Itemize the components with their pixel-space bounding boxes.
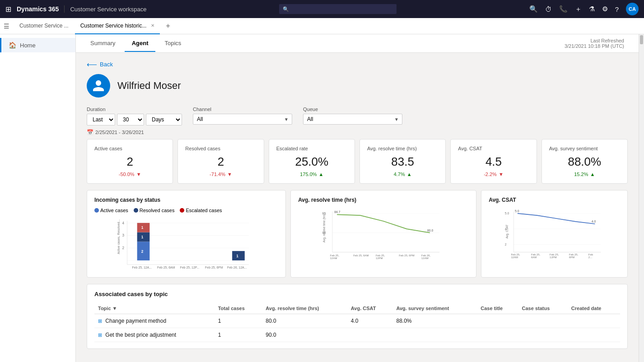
sidebar-item-home[interactable]: 🏠 Home	[0, 38, 75, 52]
svg-text:2: 2	[141, 249, 144, 254]
svg-text:Feb 25, 6AM: Feb 25, 6AM	[157, 266, 175, 269]
agent-name: Wilfried Moser	[117, 80, 181, 92]
channel-select[interactable]: All	[193, 114, 292, 125]
incoming-cases-chart: Incoming cases by status Active cases Re…	[87, 190, 286, 278]
col-case-title: Case title	[477, 303, 518, 314]
duration-unit-select[interactable]: Days Weeks Months	[146, 114, 182, 125]
kpi-active-cases-value: 2	[94, 155, 165, 169]
kpi-active-cases-arrow: ▼	[136, 172, 141, 177]
main-layout: 🏠 Home Summary Agent Topics Last Refresh…	[0, 34, 644, 362]
col-avg-csat: Avg. CSAT	[347, 303, 393, 314]
tab-customer-service[interactable]: Customer Service ...	[14, 18, 74, 34]
row1-avg-survey: 88.0%	[392, 314, 477, 328]
add-icon[interactable]: ＋	[575, 5, 582, 14]
associated-cases-title: Associated cases by topic	[94, 291, 620, 297]
tab-label-2: Customer Service historic...	[80, 23, 147, 29]
search-box[interactable]: 🔍	[283, 6, 289, 12]
sort-icon-topic[interactable]: ▼	[112, 306, 117, 311]
kpi-resolved-cases: Resolved cases 2 -71.4% ▼	[177, 139, 264, 184]
channel-filter: Channel All ▼	[193, 107, 292, 125]
svg-text:Feb 25,: Feb 25,	[550, 253, 559, 256]
svg-text:Active cases, Resolved...: Active cases, Resolved...	[117, 219, 120, 254]
row2-total-cases: 1	[215, 328, 262, 342]
tab-label-1: Customer Service ...	[19, 23, 69, 29]
svg-text:Feb 26,: Feb 26,	[421, 254, 431, 257]
kpi-active-cases-delta: -50.0% ▼	[94, 172, 165, 177]
svg-text:12AM: 12AM	[421, 257, 429, 260]
row1-topic: ⊞ Change payment method	[94, 314, 215, 328]
kpi-avg-survey-sentiment: Avg. survey sentiment 88.0% 15.2% ▲	[541, 139, 628, 184]
col-created-date: Created date	[568, 303, 620, 314]
kpi-escalated-rate-delta: 175.0% ▲	[276, 172, 347, 177]
queue-select[interactable]: All	[303, 114, 402, 125]
filter-icon[interactable]: ⚗	[589, 5, 595, 13]
person-icon	[92, 79, 105, 93]
svg-text:80.0: 80.0	[427, 229, 434, 232]
timer-icon[interactable]: ⏱	[545, 5, 552, 13]
svg-text:Feb: Feb	[588, 253, 593, 256]
svg-text:2...: 2...	[588, 256, 593, 259]
avg-csat-chart-title: Avg. CSAT	[489, 197, 620, 203]
row1-created-date	[568, 314, 620, 328]
last-refreshed: Last Refreshed 3/21/2021 10:18 PM (UTC)	[557, 34, 631, 52]
kpi-active-cases-title: Active cases	[94, 146, 165, 151]
user-avatar[interactable]: CA	[626, 3, 639, 15]
back-button[interactable]: ⟵ Back	[87, 60, 628, 69]
row2-case-title	[477, 328, 518, 342]
kpi-avg-resolve-time-arrow: ▲	[407, 172, 412, 177]
svg-text:12PM: 12PM	[550, 256, 557, 259]
duration-filter: Duration Last Past 30 7 1	[87, 107, 182, 135]
apps-icon[interactable]: ⊞	[5, 5, 11, 14]
svg-text:Feb 25, 6PM: Feb 25, 6PM	[399, 254, 414, 257]
tab-customer-service-historic[interactable]: Customer Service historic... ✕	[75, 18, 160, 34]
brand-logo: Dynamics 365	[17, 5, 65, 13]
agent-avatar	[87, 74, 110, 97]
tab-close-icon[interactable]: ✕	[151, 23, 154, 28]
svg-text:4: 4	[122, 221, 124, 225]
sub-tab-bar: Summary Agent Topics Last Refreshed 3/21…	[76, 34, 639, 53]
resolve-line	[337, 214, 430, 232]
svg-text:1: 1	[236, 254, 238, 258]
kpi-avg-resolve-time-value: 83.5	[367, 155, 438, 169]
svg-text:12AM: 12AM	[511, 256, 518, 259]
kpi-escalated-rate-arrow: ▲	[319, 172, 324, 177]
kpi-avg-csat-arrow: ▼	[499, 172, 504, 177]
svg-text:84.7: 84.7	[334, 210, 341, 213]
svg-text:Feb 25,: Feb 25,	[330, 254, 340, 257]
kpi-resolved-cases-value: 2	[185, 155, 256, 169]
avg-resolve-title: Avg. resolve time (hrs)	[298, 197, 469, 203]
row2-avg-csat	[347, 328, 393, 342]
expand-icon-2[interactable]: ⊞	[98, 332, 102, 338]
svg-text:6AM: 6AM	[531, 256, 537, 259]
tab-summary[interactable]: Summary	[83, 35, 123, 52]
duration-number-select[interactable]: 30 7 14 60 90	[117, 114, 144, 125]
col-avg-resolve: Avg. resolve time (hrs)	[262, 303, 347, 314]
home-icon: 🏠	[9, 42, 16, 49]
duration-period-select[interactable]: Last Past	[87, 114, 115, 125]
help-icon[interactable]: ?	[615, 5, 619, 13]
search-icon[interactable]: 🔍	[529, 5, 538, 13]
svg-text:Feb 25, 6PM: Feb 25, 6PM	[205, 266, 223, 269]
legend-dot-active	[94, 208, 99, 213]
brand-name: Dynamics 365	[17, 5, 59, 13]
svg-text:12AM: 12AM	[330, 257, 337, 260]
kpi-avg-csat-value: 4.5	[458, 155, 529, 169]
queue-label: Queue	[303, 107, 402, 112]
back-label: Back	[100, 61, 113, 68]
legend-resolved-cases: Resolved cases	[134, 208, 175, 213]
kpi-escalated-rate-title: Escalated rate	[276, 146, 347, 151]
col-topic: Topic ▼	[94, 303, 215, 314]
hamburger-menu[interactable]: ☰	[4, 23, 9, 30]
phone-icon[interactable]: 📞	[559, 5, 568, 13]
kpi-avg-resolve-time: Avg. resolve time (hrs) 83.5 4.7% ▲	[359, 139, 446, 184]
expand-icon-1[interactable]: ⊞	[98, 318, 102, 324]
tab-topics[interactable]: Topics	[157, 35, 188, 52]
tab-add-button[interactable]: ＋	[161, 21, 175, 31]
nav-icons: 🔍 ⏱ 📞 ＋ ⚗ ⚙ ? CA	[529, 3, 639, 15]
tab-agent[interactable]: Agent	[125, 35, 156, 52]
kpi-avg-survey-title: Avg. survey sentiment	[549, 146, 620, 151]
settings-icon[interactable]: ⚙	[602, 5, 608, 13]
date-range: 📅 2/25/2021 - 3/26/2021	[87, 129, 182, 135]
row1-case-title	[477, 314, 518, 328]
scrollbar[interactable]	[639, 34, 644, 362]
